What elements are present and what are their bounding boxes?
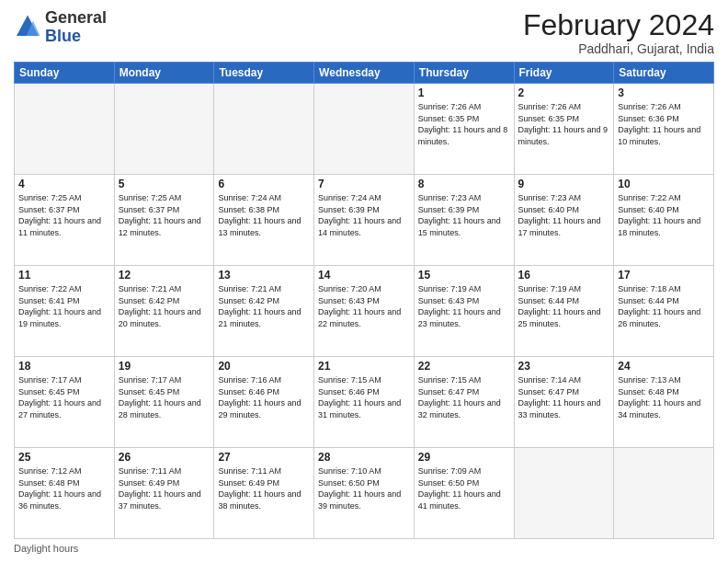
calendar-cell [114,84,214,175]
calendar-cell: 21Sunrise: 7:15 AMSunset: 6:46 PMDayligh… [314,357,415,448]
day-info: Sunrise: 7:11 AMSunset: 6:49 PMDaylight:… [119,465,210,511]
calendar-cell: 2Sunrise: 7:26 AMSunset: 6:35 PMDaylight… [514,84,614,175]
day-info: Sunrise: 7:25 AMSunset: 6:37 PMDaylight:… [119,192,210,238]
day-info: Sunrise: 7:26 AMSunset: 6:35 PMDaylight:… [418,101,510,147]
day-info: Sunrise: 7:14 AMSunset: 6:47 PMDaylight:… [518,374,610,420]
day-number: 3 [618,86,710,99]
day-info: Sunrise: 7:24 AMSunset: 6:39 PMDaylight:… [318,192,410,238]
day-info: Sunrise: 7:21 AMSunset: 6:42 PMDaylight:… [218,283,310,329]
day-info: Sunrise: 7:12 AMSunset: 6:48 PMDaylight:… [18,465,110,511]
footer: Daylight hours [14,543,714,554]
day-number: 29 [418,451,510,464]
day-number: 4 [18,178,110,190]
week-row-2: 4Sunrise: 7:25 AMSunset: 6:37 PMDaylight… [15,175,714,266]
calendar-cell: 18Sunrise: 7:17 AMSunset: 6:45 PMDayligh… [15,357,115,448]
title-block: February 2024 Paddhari, Gujarat, India [523,9,714,56]
day-header-thursday: Thursday [414,63,514,84]
logo: General Blue [14,9,107,46]
day-info: Sunrise: 7:23 AMSunset: 6:39 PMDaylight:… [418,192,510,238]
day-info: Sunrise: 7:17 AMSunset: 6:45 PMDaylight:… [119,374,210,420]
month-year-title: February 2024 [523,9,714,41]
calendar-cell: 25Sunrise: 7:12 AMSunset: 6:48 PMDayligh… [15,448,115,539]
day-info: Sunrise: 7:26 AMSunset: 6:35 PMDaylight:… [518,101,610,147]
week-row-1: 1Sunrise: 7:26 AMSunset: 6:35 PMDaylight… [15,84,714,175]
calendar-cell: 15Sunrise: 7:19 AMSunset: 6:43 PMDayligh… [414,266,514,357]
calendar-cell: 6Sunrise: 7:24 AMSunset: 6:38 PMDaylight… [214,175,314,266]
calendar-cell: 5Sunrise: 7:25 AMSunset: 6:37 PMDaylight… [114,175,214,266]
header: General Blue February 2024 Paddhari, Guj… [14,9,714,56]
day-number: 28 [318,451,410,464]
day-header-tuesday: Tuesday [214,63,314,84]
day-number: 23 [518,360,610,373]
calendar-cell: 16Sunrise: 7:19 AMSunset: 6:44 PMDayligh… [514,266,614,357]
week-row-5: 25Sunrise: 7:12 AMSunset: 6:48 PMDayligh… [15,448,714,539]
day-info: Sunrise: 7:09 AMSunset: 6:50 PMDaylight:… [418,465,510,511]
day-number: 24 [618,360,710,373]
day-info: Sunrise: 7:22 AMSunset: 6:41 PMDaylight:… [18,283,110,329]
day-info: Sunrise: 7:24 AMSunset: 6:38 PMDaylight:… [218,192,310,238]
day-number: 6 [218,178,310,190]
day-number: 14 [318,269,410,282]
day-header-saturday: Saturday [614,63,714,84]
calendar-cell: 22Sunrise: 7:15 AMSunset: 6:47 PMDayligh… [414,357,514,448]
calendar-cell: 28Sunrise: 7:10 AMSunset: 6:50 PMDayligh… [314,448,415,539]
calendar-cell: 23Sunrise: 7:14 AMSunset: 6:47 PMDayligh… [514,357,614,448]
day-number: 25 [18,451,110,464]
days-header-row: SundayMondayTuesdayWednesdayThursdayFrid… [15,63,714,84]
calendar-cell: 3Sunrise: 7:26 AMSunset: 6:36 PMDaylight… [614,84,714,175]
day-number: 21 [318,360,410,373]
day-info: Sunrise: 7:16 AMSunset: 6:46 PMDaylight:… [218,374,310,420]
day-number: 22 [418,360,510,373]
logo-blue: Blue [45,27,81,45]
day-info: Sunrise: 7:20 AMSunset: 6:43 PMDaylight:… [318,283,410,329]
day-number: 19 [119,360,210,373]
calendar-cell: 24Sunrise: 7:13 AMSunset: 6:48 PMDayligh… [614,357,714,448]
day-number: 18 [18,360,110,373]
day-info: Sunrise: 7:26 AMSunset: 6:36 PMDaylight:… [618,101,710,147]
day-number: 11 [18,269,110,282]
day-number: 12 [119,269,210,282]
day-info: Sunrise: 7:17 AMSunset: 6:45 PMDaylight:… [18,374,110,420]
calendar-cell: 13Sunrise: 7:21 AMSunset: 6:42 PMDayligh… [214,266,314,357]
day-number: 17 [618,269,710,282]
daylight-hours-label: Daylight hours [14,543,78,554]
day-number: 27 [218,451,310,464]
day-number: 26 [119,451,210,464]
calendar-cell: 29Sunrise: 7:09 AMSunset: 6:50 PMDayligh… [414,448,514,539]
day-info: Sunrise: 7:18 AMSunset: 6:44 PMDaylight:… [618,283,710,329]
week-row-3: 11Sunrise: 7:22 AMSunset: 6:41 PMDayligh… [15,266,714,357]
logo-general: General [45,8,107,27]
logo-text: General Blue [45,9,107,46]
calendar-cell: 26Sunrise: 7:11 AMSunset: 6:49 PMDayligh… [114,448,214,539]
calendar-cell [614,448,714,539]
calendar-cell [314,84,415,175]
day-number: 16 [518,269,610,282]
day-header-wednesday: Wednesday [314,63,415,84]
day-number: 20 [218,360,310,373]
calendar-cell: 12Sunrise: 7:21 AMSunset: 6:42 PMDayligh… [114,266,214,357]
day-info: Sunrise: 7:15 AMSunset: 6:47 PMDaylight:… [418,374,510,420]
day-info: Sunrise: 7:10 AMSunset: 6:50 PMDaylight:… [318,465,410,511]
calendar-cell: 9Sunrise: 7:23 AMSunset: 6:40 PMDaylight… [514,175,614,266]
page: General Blue February 2024 Paddhari, Guj… [0,0,728,563]
location-subtitle: Paddhari, Gujarat, India [523,41,714,56]
day-number: 5 [119,178,210,190]
day-info: Sunrise: 7:19 AMSunset: 6:43 PMDaylight:… [418,283,510,329]
calendar-cell: 10Sunrise: 7:22 AMSunset: 6:40 PMDayligh… [614,175,714,266]
calendar-cell: 27Sunrise: 7:11 AMSunset: 6:49 PMDayligh… [214,448,314,539]
day-number: 10 [618,178,710,190]
calendar-cell: 4Sunrise: 7:25 AMSunset: 6:37 PMDaylight… [15,175,115,266]
day-info: Sunrise: 7:25 AMSunset: 6:37 PMDaylight:… [18,192,110,238]
calendar-cell: 20Sunrise: 7:16 AMSunset: 6:46 PMDayligh… [214,357,314,448]
calendar-cell: 19Sunrise: 7:17 AMSunset: 6:45 PMDayligh… [114,357,214,448]
day-number: 7 [318,178,410,190]
day-number: 15 [418,269,510,282]
calendar-cell: 17Sunrise: 7:18 AMSunset: 6:44 PMDayligh… [614,266,714,357]
calendar-cell: 7Sunrise: 7:24 AMSunset: 6:39 PMDaylight… [314,175,415,266]
day-info: Sunrise: 7:21 AMSunset: 6:42 PMDaylight:… [119,283,210,329]
calendar-cell [15,84,115,175]
calendar-cell: 11Sunrise: 7:22 AMSunset: 6:41 PMDayligh… [15,266,115,357]
day-info: Sunrise: 7:11 AMSunset: 6:49 PMDaylight:… [218,465,310,511]
day-info: Sunrise: 7:23 AMSunset: 6:40 PMDaylight:… [518,192,610,238]
day-header-sunday: Sunday [15,63,115,84]
